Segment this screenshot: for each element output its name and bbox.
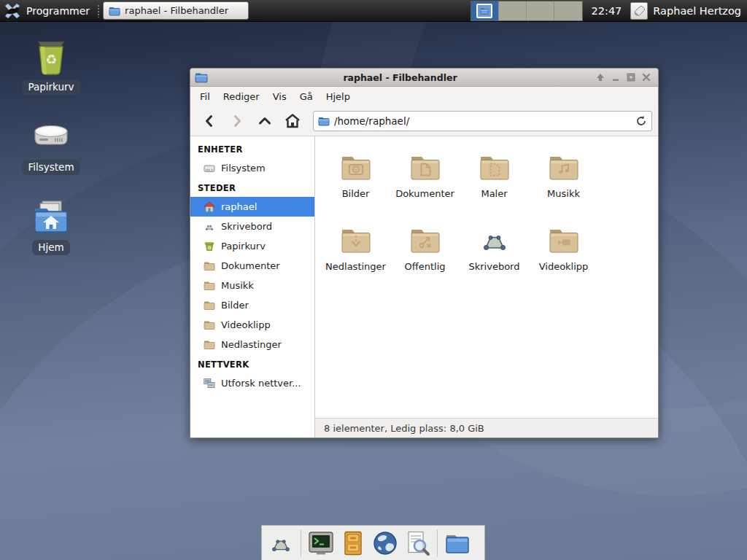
xfce-logo-icon (4, 2, 21, 20)
sidebar-item-filsystem[interactable]: Filsystem (190, 158, 314, 178)
home-folder-icon (31, 197, 71, 238)
desktop-icon-label: Filsystem (22, 160, 80, 175)
folder-icon (444, 530, 471, 556)
reload-icon[interactable] (635, 115, 647, 127)
folder-icon (480, 7, 489, 15)
sidebar-item-musikk[interactable]: Musikk (190, 276, 314, 295)
session-button[interactable] (630, 2, 648, 20)
dock (261, 525, 485, 560)
menu-ga[interactable]: Gå (293, 88, 320, 105)
back-icon (202, 114, 217, 128)
clock[interactable]: 22:47 (583, 5, 631, 17)
file-bilder[interactable]: Bilder (321, 145, 390, 218)
menu-fil[interactable]: Fil (193, 88, 217, 105)
trash-icon (31, 36, 71, 77)
dock-terminal-button[interactable] (306, 529, 336, 558)
top-panel: Programmer raphael - Filbehandler 22:47 … (0, 0, 747, 22)
taskbar-handle (97, 4, 100, 18)
menubar: Fil Rediger Vis Gå Hjelp (190, 87, 658, 106)
minimize-button[interactable] (608, 71, 623, 85)
folder-music-icon (546, 149, 581, 184)
sidebar-item-dokumenter[interactable]: Dokumenter (190, 256, 314, 276)
path-text[interactable]: /home/raphael/ (334, 115, 631, 127)
forward-icon (230, 114, 244, 128)
eraser-icon (632, 4, 646, 18)
maximize-button[interactable] (623, 71, 638, 85)
folder-icon (109, 5, 120, 17)
taskbar-window-button[interactable]: raphael - Filbehandler (103, 1, 249, 20)
file-videoklipp[interactable]: Videoklipp (529, 218, 598, 291)
shade-button[interactable] (592, 71, 608, 85)
toolbar: /home/raphael/ (190, 106, 658, 136)
sidebar-item-videoklipp[interactable]: Videoklipp (190, 315, 314, 335)
sidebar-item-skrivebord[interactable]: Skrivebord (190, 217, 314, 236)
sidebar: ENHETER Filsystem STEDER raphael Skriveb… (190, 136, 315, 438)
desktop-icon-home[interactable]: Hjem (15, 197, 88, 255)
workspace-3[interactable] (527, 1, 554, 20)
file-manager-window: raphael - Filbehandler Fil Rediger Vis G… (190, 68, 659, 438)
maximize-icon (627, 73, 635, 82)
taskbar-window-label: raphael - Filbehandler (125, 5, 228, 16)
sidebar-item-papirkurv[interactable]: Papirkurv (190, 236, 314, 256)
workspace-2[interactable] (499, 1, 527, 20)
desktop: Programmer raphael - Filbehandler 22:47 … (0, 0, 747, 560)
sidebar-header-devices: ENHETER (190, 139, 314, 158)
file-view[interactable]: Bilder Dokumenter Maler Musikk (315, 136, 658, 418)
dock-file-cabinet-button[interactable] (338, 529, 368, 558)
workspace-4[interactable] (554, 1, 582, 20)
sidebar-header-places: STEDER (190, 178, 314, 197)
file-nedlastinger[interactable]: Nedlastinger (321, 218, 390, 291)
folder-downloads-icon (338, 222, 374, 257)
home-icon (204, 201, 215, 213)
file-dokumenter[interactable]: Dokumenter (390, 145, 460, 218)
folder-share-icon (408, 222, 443, 257)
dock-web-browser-button[interactable] (371, 529, 400, 558)
up-button[interactable] (252, 110, 278, 133)
applications-menu-button[interactable]: Programmer (0, 0, 97, 22)
file-maler[interactable]: Maler (460, 145, 529, 218)
dock-separator (437, 529, 438, 557)
titlebar[interactable]: raphael - Filbehandler (190, 69, 658, 87)
up-icon (258, 114, 272, 128)
search-document-icon (404, 530, 430, 556)
dock-search-button[interactable] (403, 529, 432, 558)
folder-templates-icon (477, 149, 512, 184)
drive-icon (204, 163, 215, 174)
folder-videos-icon (546, 222, 581, 257)
drive-icon (31, 117, 71, 158)
forward-button[interactable] (224, 110, 250, 133)
menu-hjelp[interactable]: Hjelp (320, 88, 357, 105)
desktop-icon-label: Papirkurv (22, 79, 80, 95)
dock-file-manager-button[interactable] (443, 529, 472, 558)
sidebar-item-nedlastinger[interactable]: Nedlastinger (190, 335, 314, 354)
desktop-icon-label: Hjem (32, 240, 69, 255)
user-name[interactable]: Raphael Hertzog (648, 5, 747, 17)
menu-rediger[interactable]: Rediger (217, 88, 266, 105)
file-offentlig[interactable]: Offentlig (390, 218, 460, 291)
close-button[interactable] (638, 71, 654, 85)
sidebar-item-network[interactable]: Utforsk nettver... (190, 373, 314, 393)
path-bar[interactable]: /home/raphael/ (313, 111, 652, 131)
sidebar-header-network: NETTVERK (190, 354, 314, 373)
menu-vis[interactable]: Vis (266, 88, 293, 105)
workspace-1[interactable] (471, 1, 499, 20)
file-musikk[interactable]: Musikk (529, 145, 598, 218)
file-skrivebord[interactable]: Skrivebord (460, 218, 529, 291)
sidebar-item-raphael[interactable]: raphael (190, 197, 314, 217)
window-title: raphael - Filbehandler (208, 72, 592, 83)
trash-icon (204, 241, 215, 252)
sidebar-item-bilder[interactable]: Bilder (190, 295, 314, 315)
dock-show-desktop-button[interactable] (266, 529, 295, 558)
show-desktop-icon (267, 529, 295, 557)
terminal-icon (308, 530, 334, 556)
status-text: 8 ielementer, Ledig plass: 8,0 GiB (324, 423, 484, 434)
desktop-icon-filesystem[interactable]: Filsystem (15, 117, 88, 175)
globe-icon (372, 530, 398, 556)
desktop-icon (477, 222, 512, 257)
home-icon (285, 113, 301, 129)
folder-icon (204, 319, 215, 331)
back-button[interactable] (196, 110, 222, 133)
home-button[interactable] (279, 110, 306, 133)
minimize-icon (611, 73, 620, 82)
desktop-icon-trash[interactable]: Papirkurv (15, 36, 88, 95)
